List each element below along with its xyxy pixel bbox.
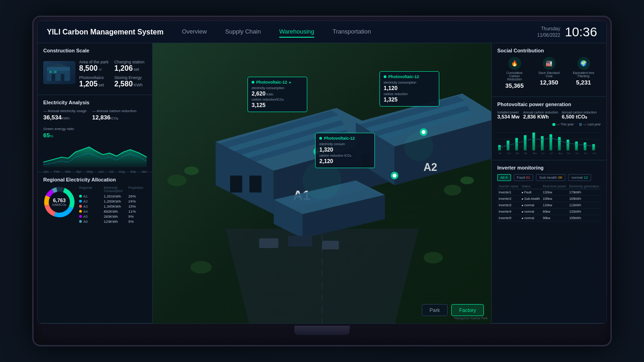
inverter-row: Inverter2● Sub-health106kw165kWh xyxy=(497,196,601,202)
construction-item: Photovoltaics1,205set xyxy=(79,75,112,88)
col-name: Inverter name xyxy=(497,184,520,189)
svg-rect-75 xyxy=(567,140,569,150)
main-content: Construction Scale xyxy=(38,43,606,323)
inverter-row: Inverter5● normal96kw195kWh xyxy=(497,215,601,221)
svg-rect-3 xyxy=(52,74,55,81)
nav-tab-warehousing[interactable]: Warehousing xyxy=(279,26,314,38)
header-time: Thursday11/06/2022 10:36 xyxy=(537,25,597,40)
usage-value: 36,534 xyxy=(43,114,62,121)
svg-text:Jan: Jan xyxy=(499,152,502,154)
inverter-title: Inverter monitoring xyxy=(497,165,601,170)
app-title: YILI Carbon Management System xyxy=(47,28,163,36)
svg-marker-2 xyxy=(47,63,70,67)
svg-rect-69 xyxy=(515,138,518,150)
photovoltaic-section: Photovoltaic power generation Installed … xyxy=(492,97,606,160)
regional-row: A5283KWh9% xyxy=(79,215,147,219)
right-panel: Social Contribution 🔥 Cumulative Carbon … xyxy=(491,43,606,323)
tv-stand xyxy=(294,326,350,335)
regional-section: Regional Electricity Allocation xyxy=(38,172,152,323)
construction-section: Construction Scale xyxy=(38,43,152,95)
donut-chart: 6,763 total/tCO₂ xyxy=(43,186,75,218)
green-value: 65 xyxy=(43,132,50,139)
pv-stats: Installed power 3,534 Mw Annual carbon r… xyxy=(497,111,601,120)
svg-point-21 xyxy=(444,185,461,195)
time-display: 10:36 xyxy=(565,25,597,40)
svg-rect-36 xyxy=(249,175,261,192)
header: YILI Carbon Management System OverviewSu… xyxy=(38,21,606,43)
electricity-chart: 15 10 5 0 JanFebMarAprMayJunJulAugSepJan xyxy=(43,142,147,167)
svg-rect-5 xyxy=(49,71,52,73)
tooltip-3: Photovoltaic-12 electricity consumption … xyxy=(380,71,439,107)
map-buttons: Park Factory xyxy=(422,304,484,316)
nav-tab-supply-chain[interactable]: Supply Chain xyxy=(225,26,261,38)
svg-point-22 xyxy=(460,176,474,184)
svg-rect-74 xyxy=(558,137,561,150)
svg-point-20 xyxy=(184,166,199,175)
usage-label: — Annual electricity usage xyxy=(43,109,86,113)
regional-table: Regional Electricity Consumption Proport… xyxy=(79,186,147,225)
regional-row: A6123KWh5% xyxy=(79,220,147,224)
inverter-tab-all[interactable]: All 6 xyxy=(497,174,511,181)
svg-text:May: May xyxy=(533,152,537,154)
svg-point-24 xyxy=(424,252,443,263)
social-section: Social Contribution 🔥 Cumulative Carbon … xyxy=(492,43,606,97)
svg-text:A2: A2 xyxy=(424,161,437,173)
social-title: Social Contribution xyxy=(497,48,601,53)
left-panel: Construction Scale xyxy=(38,43,153,323)
svg-rect-70 xyxy=(524,135,527,150)
factory-button[interactable]: Factory xyxy=(451,304,484,316)
electricity-stats: — Annual electricity usage 36,534KWh — A… xyxy=(43,109,147,139)
svg-point-23 xyxy=(190,261,212,273)
construction-grid: Area of the park8,500㎡Charging station1,… xyxy=(79,60,147,88)
col-gen: Electricity generation xyxy=(568,184,601,189)
factory-icon: 🏭 xyxy=(543,57,556,70)
tooltip-2: Photovoltaic-12 electricity consum 1,320… xyxy=(315,133,375,168)
inverter-row: Inverter3● normal110kw112kWh xyxy=(497,202,601,209)
earth-icon: 🌍 xyxy=(577,57,590,70)
svg-text:Jul: Jul xyxy=(550,152,552,154)
inverter-tab-normal[interactable]: normal 12 xyxy=(568,174,591,181)
inverter-tab-fault[interactable]: Fault 01 xyxy=(514,174,534,181)
nav-tabs: OverviewSupply ChainWarehousingTransport… xyxy=(182,26,371,38)
svg-point-60 xyxy=(422,130,426,134)
svg-point-58 xyxy=(393,174,397,177)
svg-rect-4 xyxy=(61,74,64,81)
svg-rect-52 xyxy=(322,241,339,249)
svg-rect-51 xyxy=(288,236,312,247)
fire-icon: 🔥 xyxy=(508,57,521,70)
svg-text:Sep: Sep xyxy=(567,152,571,154)
pv-title: Photovoltaic power generation xyxy=(497,102,601,107)
regional-row: A21,200KWh24% xyxy=(79,199,147,204)
inverter-tabs: All 6 Fault 01 Sub-health 06 normal 12 xyxy=(497,174,601,181)
coal-value: 12,350 xyxy=(540,79,558,86)
tooltip-1: Photovoltaic-12● electricity consumption… xyxy=(247,77,307,112)
regional-title: Regional Electricity Allocation xyxy=(43,177,147,182)
center-map: A1 xyxy=(153,43,491,323)
inverter-row: Inverter4● normal80kw132kWh xyxy=(497,209,601,215)
regional-content: 6,763 total/tCO₂ Regional Electricity Co… xyxy=(43,186,147,225)
inverter-row: Inverter1● Fault132kw170kWh xyxy=(497,189,601,196)
svg-rect-73 xyxy=(549,134,552,150)
construction-item: Charging station1,206set xyxy=(115,60,147,73)
inverter-tab-subhealth[interactable]: Sub-health 06 xyxy=(536,174,565,181)
svg-rect-76 xyxy=(575,141,578,151)
nav-tab-transportation[interactable]: Transportation xyxy=(333,26,371,38)
electricity-title: Electricity Analysis xyxy=(43,100,147,105)
carbon-value: 12,836 xyxy=(92,114,110,121)
nav-tab-overview[interactable]: Overview xyxy=(182,26,207,38)
svg-rect-6 xyxy=(54,71,57,73)
svg-point-54 xyxy=(404,132,433,161)
construction-title: Construction Scale xyxy=(43,48,147,53)
svg-rect-78 xyxy=(592,144,595,151)
svg-text:Dec: Dec xyxy=(592,152,597,154)
svg-text:Aug: Aug xyxy=(558,152,562,154)
chart-months: JanFebMarAprMayJunJulAugSepJan xyxy=(43,170,147,173)
pv-bar-chart: 15 10 5 xyxy=(497,128,601,155)
pv-chart-legend: — This year — Last year xyxy=(497,123,601,126)
svg-rect-1 xyxy=(47,67,70,71)
park-button[interactable]: Park xyxy=(422,304,448,316)
green-label: Green energy ratio xyxy=(43,127,74,131)
svg-rect-50 xyxy=(259,238,278,248)
tree-value: 5,231 xyxy=(576,79,591,86)
donut-unit: total/tCO₂ xyxy=(52,203,67,207)
